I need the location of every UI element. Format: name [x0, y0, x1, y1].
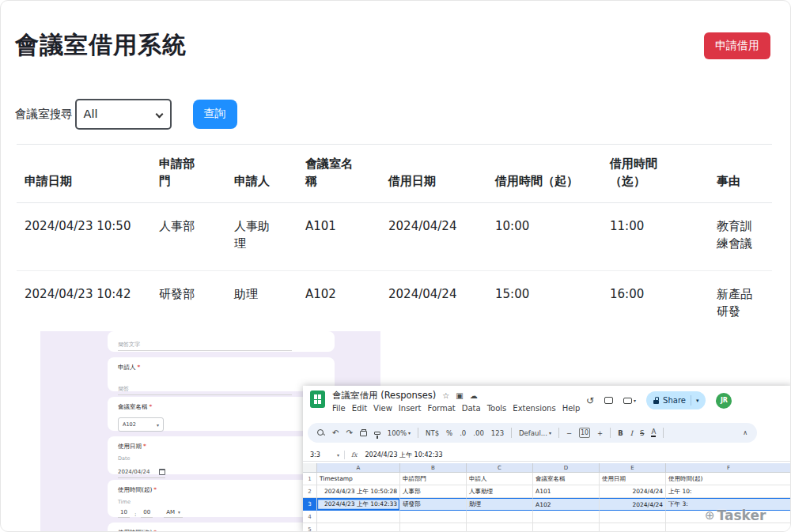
sheet-cell[interactable] [400, 511, 467, 523]
col-C[interactable]: C [467, 463, 533, 473]
col-D[interactable]: D [533, 463, 600, 473]
sheet-cell[interactable]: 上午 10: [666, 485, 791, 498]
table-header-row: 申請日期 申請部門 申請人 會議室名稱 借用日期 借用時間（起） 借用時間（迄）… [17, 145, 772, 203]
undo-icon[interactable]: ↶ [332, 429, 339, 437]
sheet-cell[interactable]: 申請部門 [400, 473, 467, 485]
short-answer-input[interactable]: 簡答文字 [118, 341, 292, 351]
sheet-cell[interactable]: 研發部 [400, 498, 467, 511]
sheet-cell[interactable]: 人事助理 [467, 485, 533, 498]
sheet-cell[interactable]: A101 [533, 485, 600, 498]
minute-field[interactable]: 00 [141, 509, 153, 518]
menu-insert[interactable]: Insert [399, 404, 422, 413]
row-header[interactable]: 1 [303, 473, 317, 485]
sheet-cell[interactable]: 助理 [467, 498, 533, 511]
strikethrough-button[interactable]: S [640, 429, 644, 437]
sheet-cell[interactable]: 使用時間(起) [666, 473, 791, 485]
select-all-corner[interactable] [303, 463, 317, 473]
sheet-cell[interactable] [317, 523, 400, 532]
apply-borrow-button[interactable]: 申請借用 [704, 32, 770, 59]
menu-help[interactable]: Help [562, 404, 581, 413]
header: 會議室借用系統 申請借用 [1, 1, 790, 62]
text-color-button[interactable]: A [651, 428, 656, 437]
table-row: 2024/04/23 10:42 研發部 助理 A102 2024/04/24 … [17, 270, 772, 338]
font-size-field[interactable]: 10 [579, 428, 590, 438]
menu-format[interactable]: Format [428, 404, 456, 413]
sheet-cell-active[interactable]: 2024/4/23 上午 10:42:33 [317, 498, 400, 511]
sheet-cell[interactable] [600, 511, 666, 523]
cell-borrow-date: 2024/04/24 [388, 270, 495, 338]
number-format-button[interactable]: 123 [491, 429, 504, 437]
menu-tools[interactable]: Tools [487, 404, 507, 413]
room-search-label: 會議室搜尋 [15, 107, 73, 122]
redo-icon[interactable]: ↷ [346, 429, 352, 437]
currency-format-button[interactable]: NT$ [426, 429, 439, 437]
move-folder-icon[interactable]: ▣ [456, 391, 463, 400]
question-label: 使用時間(起)* [118, 486, 324, 494]
time-hint: Time [118, 499, 324, 505]
formula-value[interactable]: 2024/4/23 上午 10:42:33 [365, 451, 442, 459]
required-asterisk: * [153, 486, 157, 493]
increase-font-button[interactable]: + [597, 429, 603, 437]
row-header[interactable]: 5 [303, 523, 317, 532]
sheet-cell[interactable] [467, 523, 533, 532]
comments-icon[interactable] [604, 397, 613, 404]
account-avatar[interactable]: JR [716, 393, 732, 409]
room-filter-select[interactable]: All [75, 99, 172, 130]
sheet-cell[interactable] [666, 523, 791, 532]
font-select[interactable]: Defaul...▾ [519, 429, 551, 437]
search-icon[interactable] [317, 429, 325, 437]
sheet-cell[interactable]: 使用日期 [600, 473, 666, 485]
room-dropdown[interactable]: A102 ▾ [118, 417, 164, 432]
zoom-select[interactable]: 100%▾ [388, 429, 411, 437]
decrease-decimal-button[interactable]: .0 [460, 429, 466, 437]
paint-format-icon[interactable] [374, 432, 380, 435]
video-call-icon[interactable]: ▾ [623, 398, 636, 404]
menu-data[interactable]: Data [462, 404, 481, 413]
col-reason: 事由 [717, 145, 772, 203]
increase-decimal-button[interactable]: .00 [473, 429, 484, 437]
row-header[interactable]: 2 [303, 485, 317, 498]
query-button[interactable]: 查詢 [193, 100, 237, 129]
hour-field[interactable]: 10 [118, 509, 130, 518]
col-F[interactable]: F [666, 463, 791, 473]
share-button[interactable]: Share ▾ [646, 391, 706, 409]
row-header[interactable]: 3 [303, 498, 317, 511]
date-input[interactable]: 2024/04/24 [118, 469, 165, 478]
bookings-table: 申請日期 申請部門 申請人 會議室名稱 借用日期 借用時間（起） 借用時間（迄）… [17, 144, 772, 338]
star-icon[interactable]: ☆ [442, 391, 449, 400]
sheet-cell[interactable]: 2024/4/23 上午 10:50:28 [317, 485, 400, 498]
short-answer-input[interactable]: 簡答 [118, 385, 292, 395]
sheet-cell[interactable]: Timestamp [317, 473, 400, 485]
sheet-cell[interactable] [467, 511, 533, 523]
menu-view[interactable]: View [373, 404, 392, 413]
row-header[interactable]: 4 [303, 511, 317, 523]
sheet-cell[interactable] [400, 523, 467, 532]
sheet-cell[interactable] [533, 511, 600, 523]
sheet-cell[interactable] [317, 511, 400, 523]
sheet-cell[interactable] [533, 523, 600, 532]
meridiem-select[interactable]: AM▾ [164, 509, 183, 518]
print-icon[interactable] [360, 431, 367, 436]
sheet-cell[interactable]: 人事部 [400, 485, 467, 498]
col-B[interactable]: B [400, 463, 467, 473]
sheet-cell[interactable]: 2024/4/24 [600, 485, 666, 498]
menu-edit[interactable]: Edit [352, 404, 367, 413]
name-box[interactable]: 3:3▾ [303, 451, 344, 458]
italic-button[interactable]: I [630, 429, 633, 437]
sheet-cell[interactable]: 會議室名稱 [533, 473, 600, 485]
sheet-cell[interactable]: A102 [533, 498, 600, 511]
sheet-cell[interactable] [600, 523, 666, 532]
time-input[interactable]: 10 : 00 AM▾ [118, 509, 324, 518]
bold-button[interactable]: B [618, 429, 623, 437]
more-toolbar-button[interactable]: ∧ [743, 429, 747, 436]
menu-file[interactable]: File [332, 404, 346, 413]
version-history-icon[interactable]: ↺ [586, 396, 594, 406]
decrease-font-button[interactable]: − [566, 429, 572, 437]
col-E[interactable]: E [600, 463, 666, 473]
sheet-cell[interactable]: 2024/4/24 [600, 498, 666, 511]
question-label: 使用時間(迄)* [118, 529, 324, 532]
col-A[interactable]: A [317, 463, 400, 473]
sheet-cell[interactable]: 申請人 [467, 473, 533, 485]
menu-extensions[interactable]: Extensions [513, 404, 555, 413]
percent-format-button[interactable]: % [446, 429, 452, 437]
